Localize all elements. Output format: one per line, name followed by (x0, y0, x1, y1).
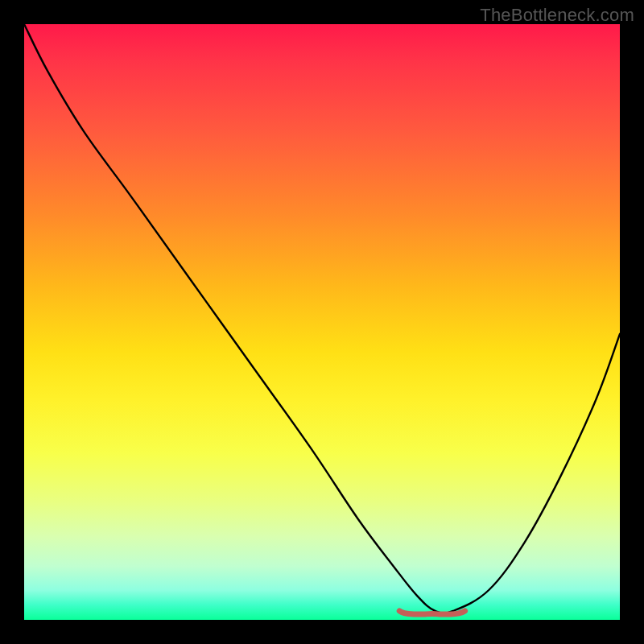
chart-container: TheBottleneck.com (0, 0, 644, 644)
plot-area (24, 24, 620, 620)
bottleneck-curve (24, 24, 620, 613)
watermark-text: TheBottleneck.com (480, 5, 634, 26)
optimal-range-segment (399, 611, 464, 614)
curve-svg (24, 24, 620, 620)
